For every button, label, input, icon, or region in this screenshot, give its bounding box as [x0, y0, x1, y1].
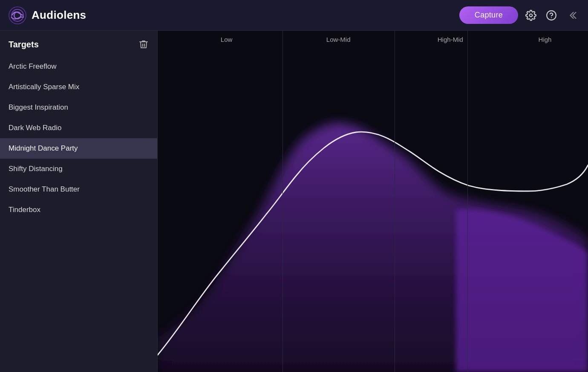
target-item-0[interactable]: Arctic Freeflow — [0, 56, 157, 77]
target-item-5[interactable]: Shifty Distancing — [0, 159, 157, 179]
sidebar: Targets Arctic FreeflowArtistically Spar… — [0, 31, 158, 372]
target-item-6[interactable]: Smoother Than Butter — [0, 179, 157, 200]
chart-area: Low Low-Mid High-Mid High — [158, 31, 588, 372]
back-button[interactable] — [564, 8, 579, 23]
freq-high-mid: High-Mid — [438, 36, 463, 43]
app-logo — [9, 6, 26, 24]
main: Targets Arctic FreeflowArtistically Spar… — [0, 31, 588, 372]
help-button[interactable] — [544, 8, 559, 23]
app-title: Audiolens — [32, 9, 86, 22]
back-icon — [566, 9, 578, 21]
target-item-1[interactable]: Artistically Sparse Mix — [0, 77, 157, 97]
header-right: Capture — [459, 6, 579, 24]
targets-label: Targets — [9, 40, 39, 49]
freq-high: High — [539, 36, 552, 43]
freq-labels: Low Low-Mid High-Mid High — [158, 31, 588, 48]
divider-3 — [467, 31, 468, 372]
frequency-chart — [158, 31, 588, 372]
freq-low-mid: Low-Mid — [326, 36, 351, 43]
target-item-4[interactable]: Midnight Dance Party — [0, 138, 157, 159]
target-item-2[interactable]: Biggest Inspiration — [0, 97, 157, 118]
delete-button[interactable] — [138, 39, 149, 49]
target-item-7[interactable]: Tinderbox — [0, 200, 157, 220]
divider-1 — [282, 31, 283, 372]
svg-point-3 — [530, 14, 533, 17]
capture-button[interactable]: Capture — [459, 6, 518, 24]
divider-2 — [395, 31, 395, 372]
header: Audiolens Capture — [0, 0, 588, 31]
sidebar-header: Targets — [0, 31, 157, 56]
target-item-3[interactable]: Dark Web Radio — [0, 118, 157, 138]
freq-low: Low — [221, 36, 233, 43]
settings-button[interactable] — [523, 8, 539, 23]
question-icon — [546, 10, 557, 21]
header-left: Audiolens — [9, 6, 86, 24]
target-list: Arctic FreeflowArtistically Sparse MixBi… — [0, 56, 157, 220]
trash-icon — [138, 39, 149, 49]
gear-icon — [525, 10, 536, 21]
